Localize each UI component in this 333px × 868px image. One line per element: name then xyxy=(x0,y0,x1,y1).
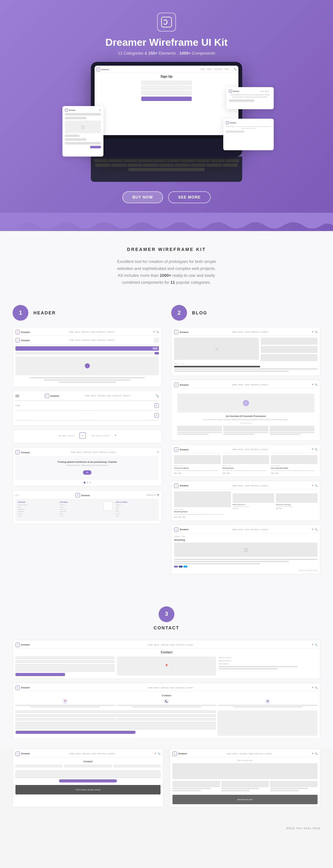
contact-number: 3 xyxy=(159,606,174,622)
header-number: 1 xyxy=(12,305,28,321)
contact-wireframe-2: D Dreamer HOME ABOUT SERVICES TEAM PORTF… xyxy=(12,683,321,739)
footer-wireframe-right: D Dreamer HOME ABOUT SERVICES TEAM PORTF… xyxy=(170,749,321,807)
header-wireframe-1: D Dreamer HOME ABOUT SERVICES TEAM PORTF… xyxy=(12,327,162,387)
hero-subtitle: 11 Categories & 150+ Elements , 1000+ Co… xyxy=(6,51,327,56)
blog-column: 2 BLOG D Dreamer HOME ABOUT TEAM PORTFOL… xyxy=(171,305,321,578)
contact-section-header: 3 CONTACT xyxy=(0,591,333,640)
kit-description: Excellent tool for creation of prototype… xyxy=(107,258,226,286)
components-grid: 1 HEADER D Dreamer HOME ABOUT SERVICES T… xyxy=(12,305,321,578)
header-column: 1 HEADER D Dreamer HOME ABOUT SERVICES T… xyxy=(12,305,162,578)
blog-wireframe-4: D Dreamer HOME ABOUT TEAM PORTFOLIO CONT… xyxy=(171,481,321,521)
hero-buttons: BUY NOW SEE MORE xyxy=(6,182,327,203)
buy-now-button[interactable]: BUY NOW xyxy=(122,191,163,203)
contact-wireframes: D Dreamer HOME ABOUT SERVICES TEAM PORTF… xyxy=(0,640,333,749)
blog-wireframe-3: D Dreamer HOME ABOUT TEAM PORTFOLIO CONT… xyxy=(171,444,321,477)
tablet-keyboard xyxy=(91,157,242,182)
contact-title-label: CONTACT xyxy=(6,625,327,630)
header-title: HEADER xyxy=(33,310,56,315)
header-section-header: 1 HEADER xyxy=(12,305,162,321)
hero-section: Dreamer Wireframe UI Kit 11 Categories &… xyxy=(0,0,333,213)
tablet-mockup: D Dreamer 🔍 ⊡ xyxy=(56,81,277,182)
header-wireframe-4: D Dreamer HOME ABOUT SERVICES TEAM PORTF… xyxy=(12,447,162,486)
blog-wireframe-5: D Dreamer HOME ABOUT TEAM PORTFOLIO CONT… xyxy=(171,525,321,574)
blog-wireframe-1: D Dreamer HOME ABOUT TEAM PORTFOLIO CONT… xyxy=(171,327,321,376)
tablet-body: D Dreamer HOME ABOUT SERVICES TEAM ... 🔍 xyxy=(91,62,242,157)
footer-wireframe-left: D Dreamer HOME ABOUT SERVICES TEAM PORTF… xyxy=(12,749,163,807)
header-wireframe-3: HOME ABOUT SERVICES D TEAM PORTFOLIO CON… xyxy=(12,430,162,443)
contact-wireframe-1: D Dreamer HOME ABOUT SERVICES TEAM PORTF… xyxy=(12,640,321,679)
kit-heading: DREAMER WIREFRAME KIT xyxy=(6,247,327,252)
blog-number: 2 xyxy=(171,305,187,321)
contact-header: 3 CONTACT xyxy=(6,606,327,630)
floating-card-right-bottom: D Dreamer Treating adipisim membresis at… xyxy=(223,119,274,150)
description-section: DREAMER WIREFRAME KIT Excellent tool for… xyxy=(0,231,333,299)
bottom-label: Black Hair Sedu Style xyxy=(0,824,333,836)
header-wireframe-2: D Dreamer HOME ABOUT SERVICES TEAM PORTF… xyxy=(12,391,162,426)
blog-section-header: 2 BLOG xyxy=(171,305,321,321)
hero-logo xyxy=(157,12,176,32)
blog-wireframe-2: D Dreamer HOME ABOUT TEAM PORTFOLIO CONT… xyxy=(171,380,321,441)
blog-title: BLOG xyxy=(192,310,207,315)
header-wireframe-5: 1 2 3 D Dreamer Shopping cart ⚑ FOR MAN xyxy=(12,490,162,524)
svg-rect-0 xyxy=(162,17,171,27)
wave-divider xyxy=(0,213,333,232)
floating-card-left: D Dreamer 🔍 ⊡ xyxy=(62,106,103,157)
see-more-button[interactable]: SEE MORE xyxy=(168,191,211,203)
hero-title: Dreamer Wireframe UI Kit xyxy=(6,37,327,48)
floating-card-right-top: D Dreamer HOME ABOUT ... Treating adipis… xyxy=(226,87,274,109)
tablet-screen: D Dreamer HOME ABOUT SERVICES TEAM ... 🔍 xyxy=(95,66,238,135)
components-section: 1 HEADER D Dreamer HOME ABOUT SERVICES T… xyxy=(0,299,333,590)
footer-wireframes: D Dreamer HOME ABOUT SERVICES TEAM PORTF… xyxy=(0,749,333,824)
